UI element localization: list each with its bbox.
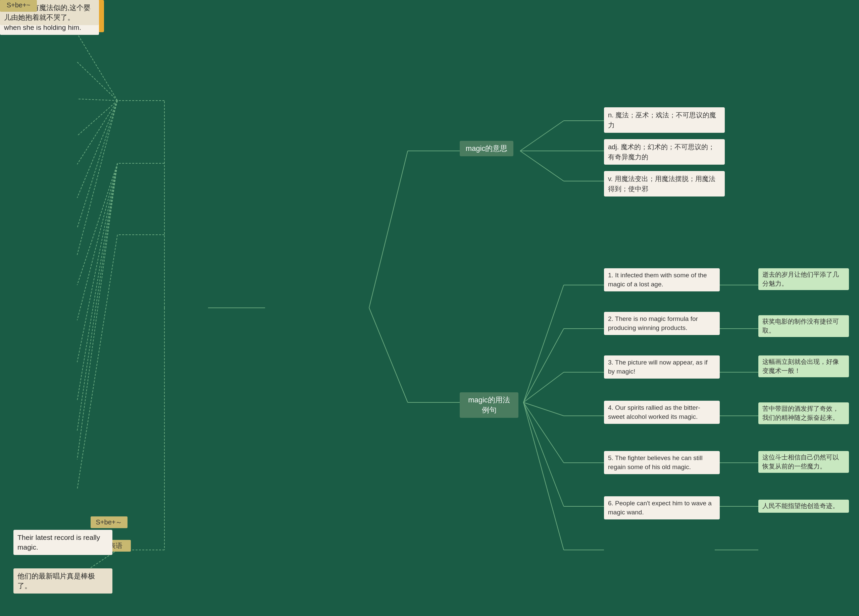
pred-ex1-en: Their latest record is really magic. (13, 530, 112, 555)
svg-line-13 (77, 101, 117, 228)
svg-line-16 (77, 163, 117, 320)
meaning-adj: adj. 魔术的；幻术的；不可思议的；有奇异魔力的 (604, 139, 725, 165)
svg-line-26 (369, 308, 408, 402)
example-3-zh: 这幅画立刻就会出现，好像变魔术一般！ (758, 356, 849, 377)
svg-line-14 (77, 101, 117, 255)
example-6-zh: 人民不能指望他创造奇迹。 (758, 500, 849, 513)
example-6-en: 6. People can't expect him to wave a mag… (604, 496, 720, 519)
svg-line-21 (77, 235, 117, 490)
meaning-section-label: magic的意思 (460, 141, 513, 156)
example-4-zh: 苦中带甜的酒发挥了奇效，我们的精神随之振奋起来。 (758, 402, 849, 424)
svg-line-12 (77, 101, 117, 198)
examples-section-label: magic的用法例句 (460, 392, 519, 418)
svg-line-32 (520, 151, 564, 181)
svg-line-7 (77, 34, 117, 101)
svg-line-18 (77, 163, 117, 401)
svg-line-11 (77, 101, 117, 164)
pred-sublabel: S+be+~ (0, 0, 37, 10)
example-1-zh: 逝去的岁月让他们平添了几分魅力。 (758, 268, 849, 290)
example-4-en: 4. Our spirits rallied as the bitter-swe… (604, 401, 720, 424)
svg-line-44 (523, 402, 564, 506)
example-5-zh: 这位斗士相信自己仍然可以恢复从前的一些魔力。 (758, 451, 849, 473)
example-1-en: 1. It infected them with some of the mag… (604, 268, 720, 292)
example-3-en: 3. The picture will now appear, as if by… (604, 356, 720, 379)
svg-line-17 (77, 163, 117, 362)
meaning-verb: v. 用魔法变出；用魔法摆脱；用魔法得到；使中邪 (604, 171, 725, 196)
example-5-en: 5. The fighter believes he can still reg… (604, 451, 720, 474)
svg-line-15 (77, 163, 117, 285)
svg-line-28 (520, 121, 564, 151)
svg-line-19 (77, 163, 117, 431)
pred-ex1-zh: 他们的最新唱片真是棒极了。 (13, 568, 112, 594)
svg-line-8 (77, 62, 117, 101)
svg-line-40 (523, 402, 564, 416)
svg-line-9 (77, 99, 117, 101)
svg-line-42 (523, 402, 564, 463)
svg-line-20 (77, 163, 117, 459)
svg-line-36 (523, 329, 564, 402)
meaning-noun: n. 魔法；巫术；戏法；不可思议的魔力 (604, 107, 725, 133)
example-2-en: 2. There is no magic formula for produci… (604, 312, 720, 335)
pred-sublabel-pos: S+be+～ (91, 516, 128, 528)
svg-line-10 (77, 101, 117, 136)
svg-line-34 (523, 285, 564, 402)
svg-line-38 (523, 372, 564, 402)
svg-line-46 (523, 402, 564, 550)
example-2-zh: 获奖电影的制作没有捷径可取。 (758, 315, 849, 337)
svg-line-24 (369, 151, 408, 308)
